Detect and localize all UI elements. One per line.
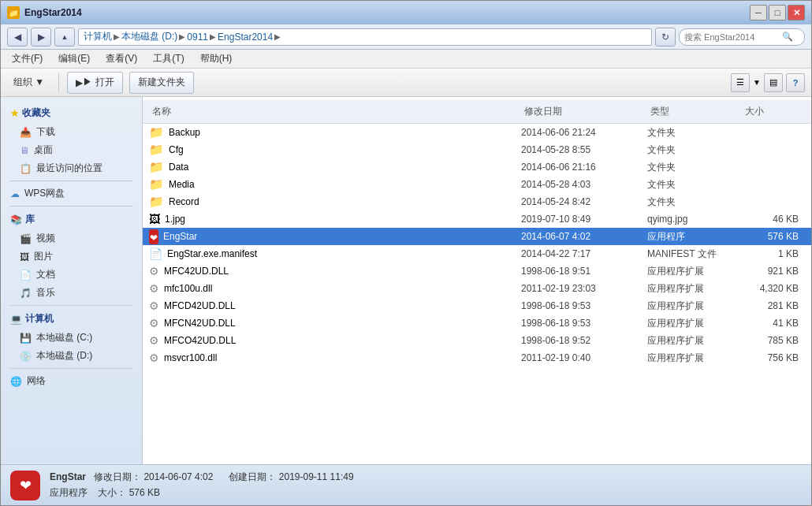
sidebar-section-favorites: ★ 收藏夹 📥 下载 🖥 桌面 📋 最近访问的位置 bbox=[1, 103, 142, 177]
menu-help[interactable]: 帮助(H) bbox=[194, 50, 239, 67]
sidebar-item-music[interactable]: 🎵 音乐 bbox=[1, 284, 142, 302]
network-icon: 🌐 bbox=[10, 376, 22, 387]
help-button[interactable]: ? bbox=[786, 73, 805, 92]
table-row[interactable]: 📁 Record 2014-05-24 8:42 文件夹 bbox=[143, 193, 811, 210]
drive-d-icon: 💿 bbox=[20, 351, 32, 362]
table-row[interactable]: 📁 Data 2014-06-06 21:16 文件夹 bbox=[143, 158, 811, 176]
file-icon: ⚙ bbox=[149, 352, 159, 364]
table-row[interactable]: 📁 Media 2014-05-28 4:03 文件夹 bbox=[143, 176, 811, 193]
sidebar-item-drive-c[interactable]: 💾 本地磁盘 (C:) bbox=[1, 329, 142, 347]
window-controls: ─ □ ✕ bbox=[750, 5, 805, 20]
file-name: EngStar.exe.manifest bbox=[167, 248, 257, 259]
file-icon: 🖼 bbox=[149, 213, 160, 225]
pictures-icon: 🖼 bbox=[20, 251, 29, 262]
favorites-header: ★ 收藏夹 bbox=[1, 103, 142, 123]
separator-1 bbox=[10, 180, 132, 181]
back-button[interactable]: ◀ bbox=[7, 28, 28, 47]
open-button[interactable]: ▶ ▶ 打开 bbox=[67, 72, 122, 94]
file-type: 文件夹 bbox=[647, 161, 742, 174]
sidebar-item-wps[interactable]: ☁ WPS网盘 bbox=[1, 184, 142, 203]
file-size: 281 KB bbox=[742, 300, 805, 311]
file-size: 41 KB bbox=[742, 318, 805, 329]
sidebar-section-wps: ☁ WPS网盘 bbox=[1, 184, 142, 203]
col-type[interactable]: 类型 bbox=[647, 103, 742, 120]
breadcrumb-engstar[interactable]: EngStar2014 bbox=[218, 32, 273, 43]
file-icon: ⚙ bbox=[149, 282, 159, 295]
minimize-button[interactable]: ─ bbox=[750, 5, 767, 20]
up-button[interactable]: ▲ bbox=[54, 28, 75, 47]
organize-button[interactable]: 组织 ▼ bbox=[7, 74, 50, 91]
title-bar: 📁 EngStar2014 ─ □ ✕ bbox=[1, 1, 811, 24]
menu-tools[interactable]: 工具(T) bbox=[147, 50, 190, 67]
file-icon: 📁 bbox=[149, 177, 164, 192]
table-row[interactable]: 📁 Cfg 2014-05-28 8:55 文件夹 bbox=[143, 141, 811, 158]
menu-file[interactable]: 文件(F) bbox=[6, 50, 49, 67]
table-row[interactable]: ⚙ msvcr100.dll 2011-02-19 0:40 应用程序扩展 75… bbox=[143, 349, 811, 366]
recent-icon: 📋 bbox=[20, 163, 32, 174]
file-name-cell: ⚙ MFCO42UD.DLL bbox=[149, 334, 521, 347]
sidebar-item-documents[interactable]: 📄 文档 bbox=[1, 266, 142, 284]
col-name[interactable]: 名称 bbox=[149, 103, 521, 120]
sidebar-item-video[interactable]: 🎬 视频 bbox=[1, 229, 142, 247]
status-bar: ❤ EngStar 修改日期： 2014-06-07 4:02 创建日期： 20… bbox=[1, 464, 811, 505]
menu-bar: 文件(F) 编辑(E) 查看(V) 工具(T) 帮助(H) bbox=[1, 50, 811, 69]
table-row[interactable]: ❤ EngStar 2014-06-07 4:02 应用程序 576 KB bbox=[143, 228, 811, 245]
sidebar-section-computer: 💻 计算机 💾 本地磁盘 (C:) 💿 本地磁盘 (D:) bbox=[1, 309, 142, 365]
status-created-label: 创建日期： bbox=[229, 471, 276, 482]
status-size-label: 大小： bbox=[98, 487, 126, 498]
col-date[interactable]: 修改日期 bbox=[521, 103, 647, 120]
table-row[interactable]: 📁 Backup 2014-06-06 21:24 文件夹 bbox=[143, 124, 811, 141]
maximize-button[interactable]: □ bbox=[769, 5, 786, 20]
status-created-date: 2019-09-11 11:49 bbox=[279, 471, 354, 482]
sidebar-item-desktop[interactable]: 🖥 桌面 bbox=[1, 141, 142, 159]
sidebar-item-drive-d[interactable]: 💿 本地磁盘 (D:) bbox=[1, 347, 142, 365]
separator-4 bbox=[10, 368, 132, 369]
table-row[interactable]: ⚙ MFCD42UD.DLL 1998-06-18 9:53 应用程序扩展 28… bbox=[143, 297, 811, 314]
sidebar-item-downloads[interactable]: 📥 下载 bbox=[1, 123, 142, 141]
file-type: 应用程序扩展 bbox=[647, 265, 742, 278]
file-name: EngStar bbox=[163, 231, 197, 242]
search-input[interactable] bbox=[684, 32, 779, 42]
table-row[interactable]: ⚙ mfc100u.dll 2011-02-19 23:03 应用程序扩展 4,… bbox=[143, 280, 811, 297]
col-size[interactable]: 大小 bbox=[742, 103, 805, 120]
sidebar-section-library: 📚 库 🎬 视频 🖼 图片 📄 文档 🎵 音乐 bbox=[1, 210, 142, 302]
view-dropdown-arrow[interactable]: ▼ bbox=[753, 78, 761, 87]
sidebar-item-recent[interactable]: 📋 最近访问的位置 bbox=[1, 159, 142, 177]
separator-3 bbox=[10, 305, 132, 306]
new-folder-button[interactable]: 新建文件夹 bbox=[129, 72, 194, 94]
file-icon: 📄 bbox=[149, 247, 162, 260]
breadcrumb-computer[interactable]: 计算机 bbox=[84, 30, 112, 43]
table-row[interactable]: 🖼 1.jpg 2019-07-10 8:49 qyimg.jpg 46 KB bbox=[143, 210, 811, 228]
search-box[interactable]: 🔍 bbox=[679, 28, 805, 46]
preview-pane-button[interactable]: ▤ bbox=[764, 73, 783, 92]
menu-view[interactable]: 查看(V) bbox=[99, 50, 143, 67]
file-date: 1998-06-18 9:53 bbox=[521, 300, 647, 311]
refresh-button[interactable]: ↻ bbox=[655, 28, 676, 47]
breadcrumb-drive[interactable]: 本地磁盘 (D:) bbox=[121, 30, 177, 43]
file-name: Cfg bbox=[169, 144, 184, 155]
address-path[interactable]: 计算机 ▶ 本地磁盘 (D:) ▶ 0911 ▶ EngStar2014 ▶ bbox=[78, 28, 652, 46]
file-icon: 📁 bbox=[149, 195, 164, 209]
address-bar: ◀ ▶ ▲ 计算机 ▶ 本地磁盘 (D:) ▶ 0911 ▶ EngStar20… bbox=[1, 24, 811, 50]
file-date: 2014-05-28 4:03 bbox=[521, 179, 647, 190]
file-type: 文件夹 bbox=[647, 126, 742, 140]
desktop-icon: 🖥 bbox=[20, 145, 29, 156]
forward-button[interactable]: ▶ bbox=[31, 28, 51, 47]
file-size: 921 KB bbox=[742, 266, 805, 277]
table-row[interactable]: 📄 EngStar.exe.manifest 2014-04-22 7:17 M… bbox=[143, 245, 811, 262]
view-toggle-button[interactable]: ☰ bbox=[731, 73, 750, 92]
file-type: 应用程序扩展 bbox=[647, 317, 742, 330]
table-row[interactable]: ⚙ MFCO42UD.DLL 1998-06-18 9:52 应用程序扩展 78… bbox=[143, 332, 811, 349]
menu-edit[interactable]: 编辑(E) bbox=[52, 50, 96, 67]
sidebar-item-network[interactable]: 🌐 网络 bbox=[1, 372, 142, 390]
status-type-row: 应用程序 大小： 576 KB bbox=[50, 486, 354, 500]
folder-icon: 📥 bbox=[20, 127, 32, 138]
breadcrumb-0911[interactable]: 0911 bbox=[187, 32, 208, 43]
close-button[interactable]: ✕ bbox=[788, 5, 805, 20]
file-icon: 📁 bbox=[149, 143, 164, 157]
status-size-value: 576 KB bbox=[129, 487, 160, 498]
file-name-cell: 📁 Data bbox=[149, 160, 521, 174]
table-row[interactable]: ⚙ MFCN42UD.DLL 1998-06-18 9:53 应用程序扩展 41… bbox=[143, 314, 811, 332]
table-row[interactable]: ⚙ MFC42UD.DLL 1998-06-18 9:51 应用程序扩展 921… bbox=[143, 262, 811, 280]
sidebar-item-pictures[interactable]: 🖼 图片 bbox=[1, 247, 142, 266]
